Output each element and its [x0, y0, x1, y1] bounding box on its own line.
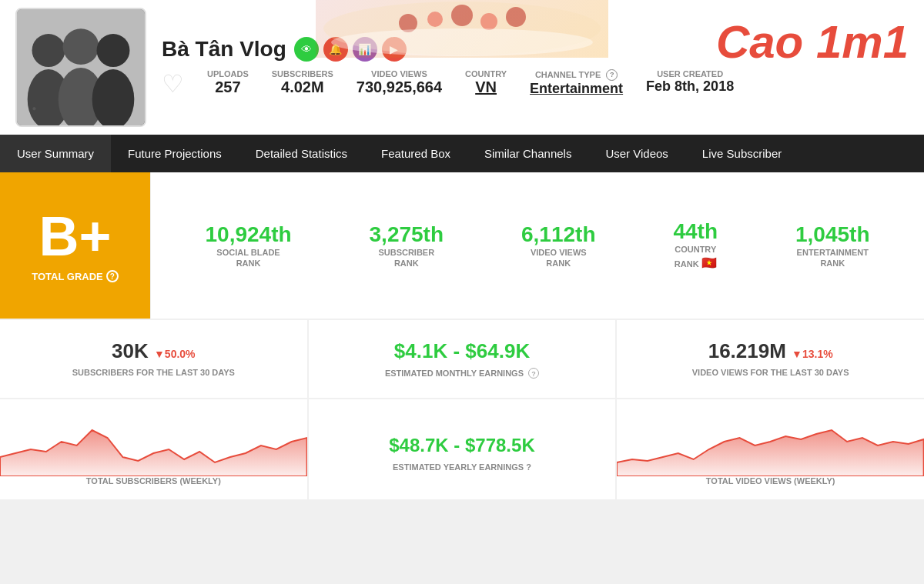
svg-point-5	[97, 34, 130, 67]
nav-detailed-statistics[interactable]: Detailed Statistics	[239, 135, 364, 172]
channel-avatar: ●	[15, 8, 146, 127]
svg-point-13	[506, 7, 526, 27]
grade-letter: B+	[38, 209, 111, 264]
nav-user-summary[interactable]: User Summary	[0, 135, 111, 172]
svg-point-12	[480, 13, 497, 30]
monthly-earnings-help[interactable]: ?	[528, 368, 539, 379]
stat-country: COUNTRY VN	[465, 69, 507, 96]
rank-video-views-label: VIDEO VIEWSRANK	[521, 247, 596, 269]
user-created-label: USER CREATED	[646, 69, 734, 78]
stat-card-video-views-30: 16.219M ▼13.1% VIDEO VIEWS FOR THE LAST …	[617, 320, 924, 398]
yearly-earnings-label: ESTIMATED YEARLY EARNINGS ?	[393, 462, 531, 472]
stat-video-views: VIDEO VIEWS 730,925,664	[357, 69, 442, 96]
yearly-earnings-value: $48.7K - $778.5K	[389, 435, 534, 456]
channel-type-label: CHANNEL TYPE ?	[530, 69, 623, 81]
rank-subscriber-value: 3,275th	[370, 222, 444, 247]
stat-channel-type: CHANNEL TYPE ? Entertainment	[530, 69, 623, 97]
nav-future-projections[interactable]: Future Projections	[111, 135, 239, 172]
big-title: Cao 1m1	[716, 15, 909, 68]
chart-card-video-views-weekly: TOTAL VIDEO VIEWS (WEEKLY)	[617, 399, 924, 499]
chart-subscribers-label: TOTAL SUBSCRIBERS (WEEKLY)	[0, 476, 307, 492]
channel-type-value: Entertainment	[530, 81, 623, 97]
chart-card-subscribers-weekly: TOTAL SUBSCRIBERS (WEEKLY)	[0, 399, 307, 499]
svg-point-3	[63, 28, 99, 65]
rank-video-views: 6,112th VIDEO VIEWSRANK	[521, 222, 596, 269]
grade-ranks-section: B+ TOTAL GRADE ? 10,924th SOCIAL BLADERA…	[0, 172, 924, 319]
channel-stats: ♡ UPLOADS 257 SUBSCRIBERS 4.02M VIDEO VI…	[162, 69, 909, 98]
chart-cards-row: TOTAL SUBSCRIBERS (WEEKLY) $48.7K - $778…	[0, 399, 924, 499]
rank-entertainment-label: ENTERTAINMENTRANK	[795, 247, 870, 269]
ranks-section: 10,924th SOCIAL BLADERANK 3,275th SUBSCR…	[150, 172, 924, 319]
subscribers-value: 4.02M	[272, 78, 333, 96]
video-views-value: 730,925,664	[357, 78, 442, 96]
channel-name: Bà Tân Vlog	[162, 37, 286, 62]
svg-point-6	[92, 69, 135, 127]
svg-point-11	[451, 5, 473, 26]
main-content: B+ TOTAL GRADE ? 10,924th SOCIAL BLADERA…	[0, 172, 924, 499]
user-created-value: Feb 8th, 2018	[646, 78, 734, 95]
chart-subscribers	[0, 407, 307, 476]
rank-country: 44th COUNTRYRANK 🇻🇳	[673, 219, 718, 271]
stats-cards-row: 30K ▼50.0% SUBSCRIBERS FOR THE LAST 30 D…	[0, 320, 924, 398]
grade-box: B+ TOTAL GRADE ?	[0, 172, 150, 319]
stat-subscribers: SUBSCRIBERS 4.02M	[272, 69, 333, 96]
svg-text:●: ●	[32, 104, 37, 112]
main-nav: User Summary Future Projections Detailed…	[0, 135, 924, 172]
yearly-earnings-content: $48.7K - $778.5K ESTIMATED YEARLY EARNIN…	[309, 407, 616, 499]
svg-marker-15	[0, 430, 307, 476]
video-views-30-change: ▼13.1%	[792, 348, 833, 360]
icon-video[interactable]: ▶	[382, 37, 407, 62]
nav-similar-channels[interactable]: Similar Channels	[467, 135, 588, 172]
nav-featured-box[interactable]: Featured Box	[364, 135, 467, 172]
icon-bell[interactable]: 🔔	[323, 37, 348, 62]
rank-social-blade: 10,924th SOCIAL BLADERANK	[205, 222, 291, 269]
rank-social-blade-value: 10,924th	[205, 222, 291, 247]
country-value: VN	[465, 78, 507, 96]
stat-uploads: UPLOADS 257	[207, 69, 249, 96]
chart-card-yearly-earnings: $48.7K - $778.5K ESTIMATED YEARLY EARNIN…	[309, 399, 616, 499]
country-flag: 🇻🇳	[701, 256, 717, 269]
monthly-earnings-green: $4.1K - $64.9K	[394, 339, 530, 362]
svg-point-1	[32, 34, 65, 67]
svg-marker-16	[617, 430, 924, 476]
subscribers-30-desc: SUBSCRIBERS FOR THE LAST 30 DAYS	[15, 368, 292, 377]
rank-entertainment: 1,045th ENTERTAINMENTRANK	[795, 222, 870, 269]
rank-country-value: 44th	[673, 219, 718, 244]
subscribers-label: SUBSCRIBERS	[272, 69, 333, 78]
rank-country-label: COUNTRYRANK 🇻🇳	[673, 244, 718, 271]
subscribers-30-change: ▼50.0%	[154, 348, 196, 360]
rank-entertainment-value: 1,045th	[795, 222, 870, 247]
rank-subscriber-label: SUBSCRIBERRANK	[370, 247, 444, 269]
nav-user-videos[interactable]: User Videos	[588, 135, 685, 172]
rank-social-blade-label: SOCIAL BLADERANK	[205, 247, 291, 269]
monthly-earnings-desc: ESTIMATED MONTHLY EARNINGS ?	[324, 368, 601, 379]
rank-subscriber: 3,275th SUBSCRIBERRANK	[370, 222, 444, 269]
country-label: COUNTRY	[465, 69, 507, 78]
stat-user-created: USER CREATED Feb 8th, 2018	[646, 69, 734, 95]
svg-point-10	[427, 12, 443, 27]
yearly-earnings-help[interactable]: ?	[526, 462, 531, 472]
monthly-earnings-value: $4.1K - $64.9K	[324, 339, 601, 363]
grade-help-icon[interactable]: ?	[106, 270, 119, 282]
avatar-image: ●	[17, 9, 145, 125]
chart-video-views	[617, 407, 924, 476]
svg-point-9	[399, 14, 417, 32]
rank-video-views-value: 6,112th	[521, 222, 596, 247]
video-views-label: VIDEO VIEWS	[357, 69, 442, 78]
uploads-label: UPLOADS	[207, 69, 249, 78]
video-views-30-desc: VIDEO VIEWS FOR THE LAST 30 DAYS	[632, 368, 909, 377]
icon-chart[interactable]: 📊	[353, 37, 377, 62]
chart-subscribers-svg	[0, 407, 307, 476]
channel-icons: 👁 🔔 📊 ▶	[294, 37, 407, 62]
stat-card-monthly-earnings: $4.1K - $64.9K ESTIMATED MONTHLY EARNING…	[309, 320, 616, 398]
uploads-value: 257	[207, 78, 249, 96]
icon-eye[interactable]: 👁	[294, 37, 319, 62]
grade-label: TOTAL GRADE ?	[32, 270, 118, 282]
chart-video-views-label: TOTAL VIDEO VIEWS (WEEKLY)	[617, 476, 924, 492]
subscribers-30-value: 30K ▼50.0%	[15, 339, 292, 363]
nav-live-subscriber[interactable]: Live Subscriber	[685, 135, 798, 172]
video-views-30-value: 16.219M ▼13.1%	[632, 339, 909, 363]
chart-video-views-svg	[617, 407, 924, 476]
channel-type-help-icon[interactable]: ?	[606, 69, 618, 81]
page-header: ● Bà Tân Vlog 👁 🔔 📊 ▶ ♡ UPLOADS 257 SUBS…	[0, 0, 924, 135]
